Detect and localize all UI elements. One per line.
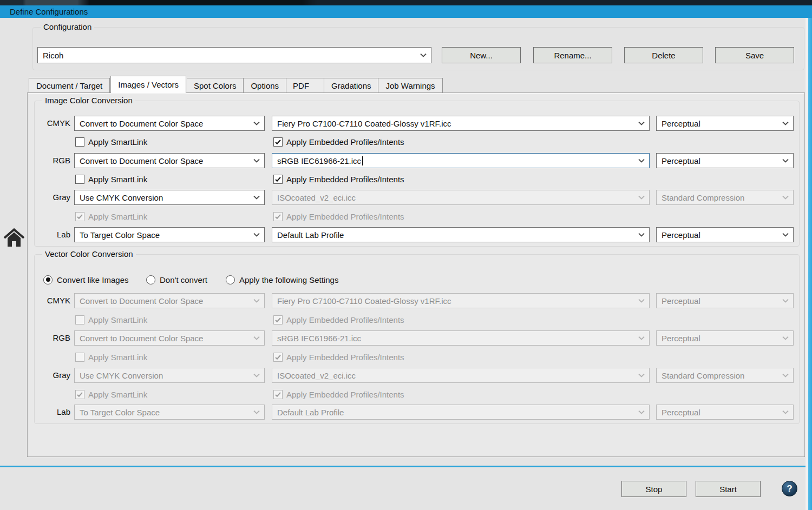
chevron-down-icon — [253, 158, 260, 163]
chevron-down-icon — [782, 158, 789, 163]
tab-pdf[interactable]: PDF — [286, 78, 324, 93]
image-cmyk-intent-select[interactable]: Perceptual — [656, 116, 794, 131]
tab-gradations[interactable]: Gradations — [324, 78, 378, 93]
tab-job-warnings[interactable]: Job Warnings — [378, 78, 442, 93]
rename-button[interactable]: Rename... — [533, 47, 612, 63]
radio-apply-following-settings[interactable]: Apply the following Settings — [226, 275, 338, 284]
checkbox-checked-icon — [273, 315, 283, 324]
tab-options[interactable]: Options — [244, 78, 286, 93]
chevron-down-icon — [782, 336, 789, 340]
window-title: Define Configurations — [10, 7, 88, 16]
vector-rgb-label: RGB — [43, 333, 70, 342]
checkbox-checked-icon — [75, 390, 84, 399]
stop-button[interactable]: Stop — [621, 481, 686, 497]
vector-gray-row: Gray Use CMYK Conversion ISOcoated_v2_ec… — [43, 368, 800, 384]
image-cmyk-smartlink[interactable]: Apply SmartLink — [75, 137, 147, 147]
image-cmyk-profile-select[interactable]: Fiery Pro C7100-C7110 Coated-Glossy v1RF… — [272, 116, 650, 131]
images-vectors-tab-panel: Image Color Conversion CMYK Convert to D… — [27, 92, 805, 457]
chevron-down-icon — [782, 195, 789, 200]
vector-color-conversion-label: Vector Color Conversion — [42, 249, 136, 259]
image-rgb-label: RGB — [43, 156, 70, 165]
image-rgb-smartlink[interactable]: Apply SmartLink — [75, 174, 147, 184]
chevron-down-icon — [638, 158, 645, 163]
vector-gray-embedded: Apply Embedded Profiles/Intents — [273, 389, 404, 399]
home-icon[interactable] — [3, 227, 25, 250]
image-lab-intent-select[interactable]: Perceptual — [656, 227, 794, 242]
image-rgb-embedded[interactable]: Apply Embedded Profiles/Intents — [273, 174, 404, 184]
vector-cmyk-intent-select: Perceptual — [656, 293, 794, 308]
checkbox-checked-icon[interactable] — [273, 137, 283, 147]
image-lab-row: Lab To Target Color Space Default Lab Pr… — [43, 227, 800, 243]
vector-cmyk-smartlink: Apply SmartLink — [75, 315, 147, 324]
image-gray-row: Gray Use CMYK Conversion ISOcoated_v2_ec… — [43, 190, 800, 206]
image-gray-method-select[interactable]: Use CMYK Conversion — [74, 190, 265, 205]
tab-document-target[interactable]: Document / Target — [29, 78, 110, 93]
vector-cmyk-label: CMYK — [43, 296, 70, 305]
image-rgb-intent-select[interactable]: Perceptual — [656, 153, 794, 168]
checkbox-unchecked-icon — [75, 353, 84, 362]
image-lab-profile-select[interactable]: Default Lab Profile — [272, 227, 650, 242]
chevron-down-icon — [253, 299, 260, 303]
chevron-down-icon — [253, 410, 260, 414]
radio-convert-like-images[interactable]: Convert like Images — [43, 275, 129, 284]
checkbox-unchecked-icon[interactable] — [75, 137, 84, 147]
tab-spot-colors[interactable]: Spot Colors — [187, 78, 244, 93]
configuration-select[interactable]: Ricoh — [37, 47, 431, 63]
image-rgb-profile-select[interactable]: sRGB IEC61966-21.icc — [272, 153, 650, 168]
chevron-down-icon — [638, 410, 645, 414]
radio-unselected-icon[interactable] — [226, 275, 235, 284]
vector-cmyk-profile-select: Fiery Pro C7100-C7110 Coated-Glossy v1RF… — [272, 293, 650, 308]
image-gray-checkbox-row: Apply SmartLink Apply Embedded Profiles/… — [43, 211, 800, 221]
image-cmyk-method-select[interactable]: Convert to Document Color Space — [74, 116, 265, 131]
tab-images-vectors[interactable]: Images / Vectors — [110, 76, 186, 93]
checkbox-checked-icon — [273, 212, 283, 221]
chevron-down-icon — [782, 373, 789, 377]
chevron-down-icon — [253, 373, 260, 377]
checkbox-unchecked-icon — [75, 315, 84, 324]
define-configurations-window: Define Configurations Configuration Rico… — [0, 0, 812, 510]
checkbox-unchecked-icon[interactable] — [75, 175, 84, 184]
radio-selected-icon[interactable] — [43, 275, 53, 284]
vector-lab-intent-select: Perceptual — [656, 405, 794, 420]
checkbox-checked-icon[interactable] — [273, 175, 283, 184]
checkbox-checked-icon — [273, 390, 283, 399]
chevron-down-icon — [420, 53, 427, 57]
checkbox-checked-icon — [75, 212, 84, 221]
help-icon[interactable]: ? — [782, 481, 797, 496]
vector-gray-method-select: Use CMYK Conversion — [74, 368, 265, 383]
new-button[interactable]: New... — [442, 47, 521, 63]
chevron-down-icon — [638, 299, 645, 303]
configuration-group-label: Configuration — [41, 22, 94, 31]
vector-rgb-row: RGB Convert to Document Color Space sRGB… — [43, 330, 800, 347]
vector-rgb-embedded: Apply Embedded Profiles/Intents — [273, 352, 404, 362]
vector-gray-profile-select: ISOcoated_v2_eci.icc — [272, 368, 650, 383]
image-lab-method-select[interactable]: To Target Color Space — [74, 227, 265, 242]
chevron-down-icon — [638, 195, 645, 200]
vector-cmyk-row: CMYK Convert to Document Color Space Fie… — [43, 293, 800, 309]
delete-button[interactable]: Delete — [624, 47, 703, 63]
chevron-down-icon — [782, 233, 789, 237]
start-button[interactable]: Start — [696, 481, 761, 497]
radio-dont-convert[interactable]: Don't convert — [146, 275, 207, 284]
save-button[interactable]: Save — [715, 47, 794, 63]
chevron-down-icon — [253, 195, 260, 200]
chevron-down-icon — [638, 373, 645, 377]
vector-lab-method-select: To Target Color Space — [74, 405, 265, 420]
tab-bar: Document / Target Images / Vectors Spot … — [29, 76, 443, 93]
image-rgb-row: RGB Convert to Document Color Space sRGB… — [43, 153, 800, 169]
vector-gray-intent-select: Standard Compression — [656, 368, 794, 383]
vector-lab-row: Lab To Target Color Space Default Lab Pr… — [43, 405, 800, 421]
image-cmyk-checkbox-row: Apply SmartLink Apply Embedded Profiles/… — [43, 137, 800, 147]
image-color-conversion-group: Image Color Conversion CMYK Convert to D… — [34, 101, 800, 247]
vector-lab-label: Lab — [43, 407, 70, 416]
image-gray-smartlink: Apply SmartLink — [75, 211, 147, 221]
image-rgb-method-select[interactable]: Convert to Document Color Space — [74, 153, 265, 168]
image-color-conversion-label: Image Color Conversion — [42, 96, 135, 105]
checkbox-checked-icon — [273, 353, 283, 362]
chevron-down-icon — [782, 299, 789, 303]
vector-cmyk-checkbox-row: Apply SmartLink Apply Embedded Profiles/… — [43, 315, 800, 324]
text-caret — [362, 156, 363, 165]
radio-unselected-icon[interactable] — [146, 275, 155, 284]
image-cmyk-embedded[interactable]: Apply Embedded Profiles/Intents — [273, 137, 404, 147]
vector-rgb-checkbox-row: Apply SmartLink Apply Embedded Profiles/… — [43, 352, 800, 362]
